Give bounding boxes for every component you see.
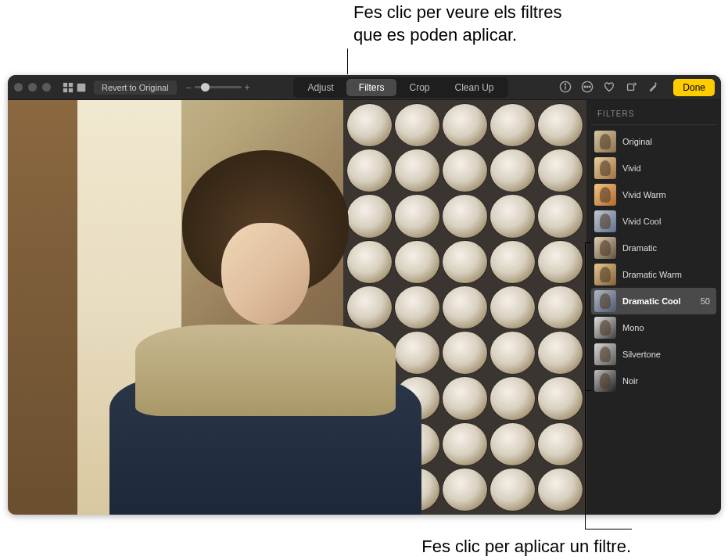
photos-edit-window: Revert to Original − + Adjust Filters Cr… [8,75,721,515]
filter-item-silvertone[interactable]: Silvertone [591,341,716,368]
rotate-icon[interactable] [625,81,639,95]
edit-tabs: Adjust Filters Crop Clean Up [293,77,507,98]
filter-label: Vivid Warm [622,190,713,199]
callout-line [347,48,348,74]
filter-thumbnail [594,290,616,312]
slider-thumb[interactable] [201,83,210,92]
filter-thumbnail [594,237,616,259]
filter-thumbnail [594,184,616,206]
single-view-icon [75,81,88,94]
tab-cleanup[interactable]: Clean Up [442,79,506,96]
filter-item-dramatic-cool[interactable]: Dramatic Cool50 [591,288,716,314]
svg-rect-0 [63,82,67,86]
filters-panel: FILTERS OriginalVividVivid WarmVivid Coo… [586,100,721,515]
filter-intensity-value: 50 [701,296,710,306]
svg-rect-1 [69,82,73,86]
svg-rect-4 [77,83,86,92]
filter-label: Vivid Cool [622,217,713,226]
more-icon[interactable] [581,81,595,95]
callout-line [585,242,586,529]
filter-thumbnail [594,131,616,153]
callout-bracket [585,242,591,391]
filter-label: Silvertone [622,350,713,359]
filter-thumbnail [594,370,616,392]
callout-line [585,529,632,529]
filter-item-vivid-cool[interactable]: Vivid Cool [591,208,716,235]
favorite-icon[interactable] [603,81,617,95]
filter-label: Dramatic Warm [622,270,713,279]
filter-item-dramatic-warm[interactable]: Dramatic Warm [591,261,716,288]
toolbar: Revert to Original − + Adjust Filters Cr… [8,75,721,100]
done-button[interactable]: Done [673,79,715,96]
info-icon[interactable] [559,81,573,95]
close-window-button[interactable] [14,83,23,92]
window-controls [14,83,51,92]
grid-view-icon [62,81,74,94]
filter-label: Original [622,137,713,146]
callout-bottom: Fes clic per aplicar un filtre. [421,536,631,558]
image-preview[interactable] [8,100,586,515]
callout-top: Fes clic per veure els filtres que es po… [353,2,572,46]
svg-rect-3 [69,88,73,92]
svg-point-7 [565,84,566,84]
svg-point-10 [587,86,589,88]
filter-item-dramatic[interactable]: Dramatic [591,235,716,261]
toolbar-right-icons: Done [559,79,715,96]
filter-list: OriginalVividVivid WarmVivid CoolDramati… [591,128,716,394]
zoom-window-button[interactable] [42,83,51,92]
filter-thumbnail [594,343,616,365]
content-area: FILTERS OriginalVividVivid WarmVivid Coo… [8,100,721,515]
filter-item-vivid-warm[interactable]: Vivid Warm [591,181,716,208]
enhance-icon[interactable] [647,81,661,95]
view-toggle[interactable] [62,81,88,94]
photo [8,100,586,515]
slider-track[interactable] [195,86,242,88]
filter-item-noir[interactable]: Noir [591,368,716,394]
svg-point-11 [590,86,591,88]
filter-label: Mono [622,323,713,332]
tab-adjust[interactable]: Adjust [295,79,346,96]
panel-title: FILTERS [591,108,716,125]
filter-thumbnail [594,210,616,232]
zoom-out-icon: − [186,82,192,93]
svg-rect-2 [63,88,67,92]
tab-filters[interactable]: Filters [346,79,397,96]
filter-thumbnail [594,317,616,339]
zoom-slider[interactable]: − + [186,82,250,93]
tab-crop[interactable]: Crop [396,79,442,96]
filter-label: Dramatic Cool [622,296,694,306]
filter-thumbnail [594,157,616,179]
revert-button[interactable]: Revert to Original [94,81,177,95]
filter-thumbnail [594,264,616,285]
zoom-in-icon: + [245,82,250,93]
minimize-window-button[interactable] [28,83,37,92]
filter-item-mono[interactable]: Mono [591,314,716,341]
filter-item-vivid[interactable]: Vivid [591,155,716,181]
filter-label: Dramatic [622,243,713,253]
svg-rect-12 [628,84,634,90]
svg-point-9 [584,86,586,88]
filter-label: Vivid [622,163,713,173]
filter-label: Noir [622,376,713,386]
filter-item-original[interactable]: Original [591,128,716,155]
